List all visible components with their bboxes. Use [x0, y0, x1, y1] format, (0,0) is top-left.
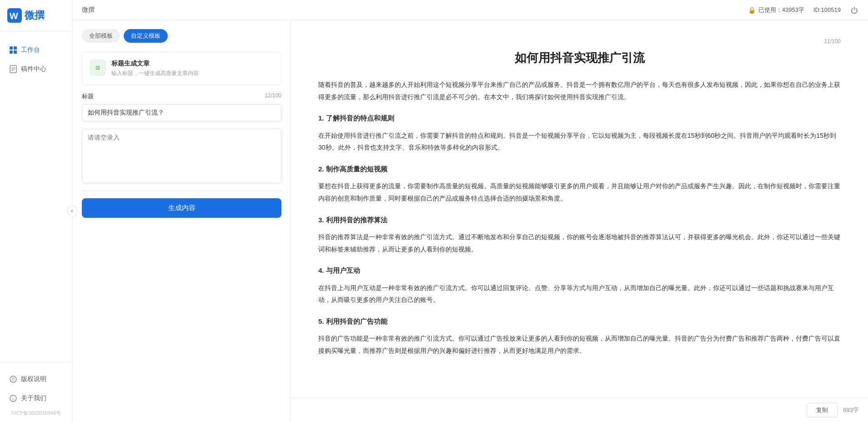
article-heading-1: 1. 了解抖音的特点和规则 [318, 112, 841, 125]
title-form-group: 标题 12/100 [82, 92, 281, 121]
content-area: 全部模板 自定义模板 ≡ 标题生成文章 输入标题，一键生成高质量文章内容 标题 [73, 20, 868, 422]
template-title: 标题生成文章 [111, 60, 199, 68]
main-area: 微撰 🔒 已使用：43953字 ID:100519 [73, 0, 868, 422]
template-description: 输入标题，一键生成高质量文章内容 [111, 70, 199, 77]
svg-text:i: i [13, 396, 14, 401]
divider [82, 191, 281, 191]
topbar: 微撰 🔒 已使用：43953字 ID:100519 [73, 0, 868, 20]
svg-rect-5 [14, 50, 17, 54]
left-panel: 全部模板 自定义模板 ≡ 标题生成文章 输入标题，一键生成高质量文章内容 标题 [73, 20, 291, 422]
svg-rect-2 [10, 46, 13, 50]
drafts-icon [9, 65, 17, 73]
article-page-num: 11/100 [318, 38, 841, 45]
article-title: 如何用抖音实现推广引流 [318, 50, 841, 66]
title-label-row: 标题 12/100 [82, 92, 281, 100]
article-para-2: 在开始使用抖音进行推广引流之前，你需要了解抖音的特点和规则。抖音是一个短视频分享… [318, 130, 841, 154]
tab-custom-templates[interactable]: 自定义模板 [124, 29, 168, 43]
topbar-right: 🔒 已使用：43953字 ID:100519 [748, 5, 859, 15]
article-para-6: 抖音的广告功能是一种非常有效的推广引流方式。你可以通过广告投放来让更多的人看到你… [318, 332, 841, 357]
svg-text:©: © [12, 377, 15, 382]
article-para-4: 抖音的推荐算法是一种非常有效的推广引流方式。通过不断地发布和分享自己的短视频，你… [318, 231, 841, 255]
article-container[interactable]: 11/100 如何用抖音实现推广引流 随着抖音的普及，越来越多的人开始利用这个短… [291, 20, 868, 398]
about-icon: i [9, 394, 17, 402]
usage-icon: 🔒 [748, 6, 756, 14]
user-id: ID:100519 [813, 6, 841, 13]
topbar-title: 微撰 [82, 6, 95, 14]
article-heading-4: 4. 与用户互动 [318, 264, 841, 277]
article-para-5: 在抖音上与用户互动是一种非常有效的推广引流方式。你可以通过回复评论、点赞、分享等… [318, 282, 841, 306]
copyright-icon: © [9, 375, 17, 383]
article-body: 随着抖音的普及，越来越多的人开始利用这个短视频分享平台来推广自己的产品或服务。抖… [318, 79, 841, 357]
app-layout: W 微撰 工作台 [0, 0, 868, 422]
workbench-icon [9, 46, 17, 54]
sidebar-collapse-button[interactable] [67, 206, 78, 216]
article-heading-5: 5. 利用抖音的广告功能 [318, 315, 841, 328]
sidebar-item-drafts-label: 稿件中心 [21, 65, 46, 73]
usage-info: 🔒 已使用：43953字 [748, 6, 804, 14]
sidebar-item-workbench[interactable]: 工作台 [0, 40, 72, 60]
logo-text: 微撰 [25, 9, 45, 22]
article-heading-3: 3. 利用抖音的推荐算法 [318, 214, 841, 227]
sidebar-item-about[interactable]: i 关于我们 [0, 389, 72, 408]
sidebar: W 微撰 工作台 [0, 0, 73, 422]
usage-label: 已使用：43953字 [758, 6, 804, 14]
sidebar-item-drafts[interactable]: 稿件中心 [0, 60, 72, 79]
generate-button[interactable]: 生成内容 [82, 198, 281, 218]
sidebar-nav: 工作台 稿件中心 [0, 31, 72, 362]
sidebar-item-workbench-label: 工作台 [21, 46, 40, 54]
template-info: 标题生成文章 输入标题，一键生成高质量文章内容 [111, 60, 199, 77]
copyright-label: 版权说明 [21, 375, 46, 383]
tab-bar: 全部模板 自定义模板 [82, 29, 281, 43]
svg-text:W: W [10, 11, 18, 21]
sidebar-item-copyright[interactable]: © 版权说明 [0, 370, 72, 389]
word-count-badge: 693字 [843, 406, 859, 414]
logo-icon: W [7, 8, 22, 23]
title-input[interactable] [82, 104, 281, 121]
template-icon-symbol: ≡ [95, 63, 100, 73]
sidebar-bottom: © 版权说明 i 关于我们 ©ICP备2022016946号 [0, 362, 72, 422]
template-icon: ≡ [90, 60, 106, 76]
logo-area: W 微撰 [0, 0, 72, 31]
article-para-1: 随着抖音的普及，越来越多的人开始利用这个短视频分享平台来推广自己的产品或服务。抖… [318, 79, 841, 103]
template-card[interactable]: ≡ 标题生成文章 输入标题，一键生成高质量文章内容 [82, 52, 281, 85]
article-heading-2: 2. 制作高质量的短视频 [318, 163, 841, 176]
title-label: 标题 [82, 92, 94, 100]
copy-button[interactable]: 复制 [807, 403, 838, 417]
footer-copyright: ©ICP备2022016946号 [0, 408, 72, 418]
title-char-count: 12/100 [265, 92, 281, 100]
tab-all-templates[interactable]: 全部模板 [82, 29, 120, 43]
keywords-textarea[interactable] [82, 129, 281, 183]
power-button[interactable] [850, 5, 859, 15]
svg-rect-3 [14, 46, 17, 50]
article-footer: 复制 693字 [291, 398, 868, 422]
about-label: 关于我们 [21, 394, 46, 402]
svg-rect-4 [10, 50, 13, 54]
right-panel: 11/100 如何用抖音实现推广引流 随着抖音的普及，越来越多的人开始利用这个短… [291, 20, 868, 422]
article-para-3: 要想在抖音上获得更多的流量，你需要制作高质量的短视频。高质量的短视频能够吸引更多… [318, 180, 841, 204]
